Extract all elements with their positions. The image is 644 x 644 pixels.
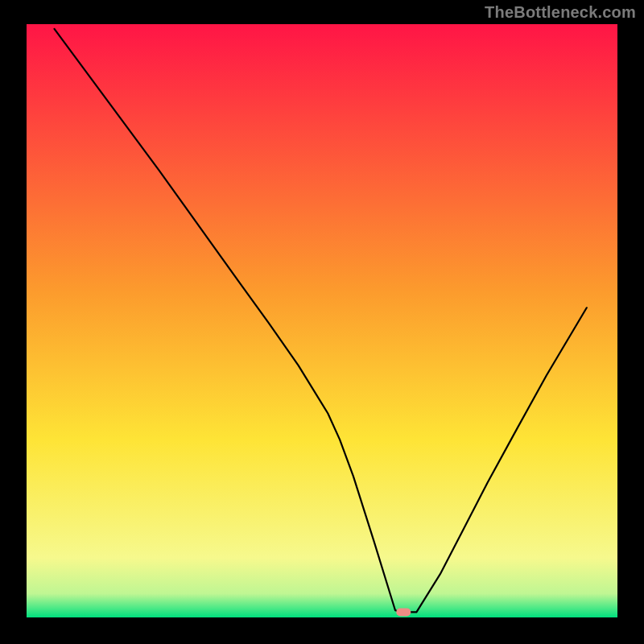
bottleneck-plot [0, 0, 644, 644]
chart-container: { "attribution": "TheBottleneck.com", "c… [0, 0, 644, 644]
optimum-marker [396, 608, 411, 616]
plot-background [27, 24, 617, 617]
